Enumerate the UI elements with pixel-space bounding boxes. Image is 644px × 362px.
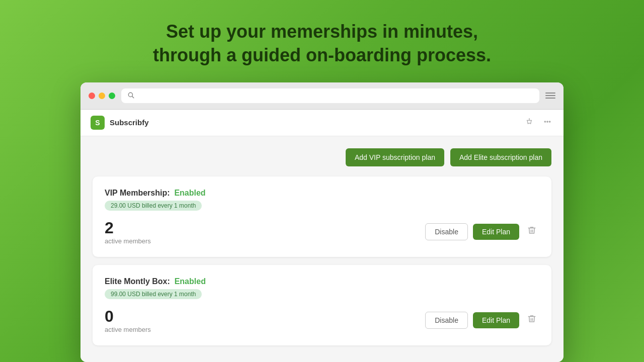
more-options-button[interactable] bbox=[541, 116, 553, 130]
hero-line1: Set up your memerships in minutes, bbox=[166, 21, 478, 42]
hamburger-menu-icon[interactable] bbox=[545, 93, 555, 99]
add-vip-button[interactable]: Add VIP subscription plan bbox=[346, 148, 444, 166]
elite-plan-status: Enabled bbox=[175, 277, 206, 286]
hero-section: Set up your memerships in minutes, throu… bbox=[143, 0, 501, 82]
close-dot[interactable] bbox=[89, 93, 95, 99]
elite-plan-body: 0 active members Disable Edit Plan bbox=[105, 307, 539, 333]
browser-address-bar[interactable] bbox=[121, 88, 539, 103]
minimize-dot[interactable] bbox=[99, 93, 105, 99]
svg-point-4 bbox=[549, 121, 550, 122]
browser-window: S Subscribfy bbox=[80, 82, 564, 362]
app-brand: S Subscribfy bbox=[91, 116, 149, 130]
vip-plan-header: VIP Membership: Enabled 29.00 USD billed… bbox=[105, 189, 539, 211]
add-elite-button[interactable]: Add Elite subscription plan bbox=[450, 148, 551, 166]
vip-disable-button[interactable]: Disable bbox=[425, 223, 468, 240]
svg-line-1 bbox=[132, 96, 134, 98]
brand-icon: S bbox=[91, 116, 105, 130]
elite-plan-members: 0 active members bbox=[105, 307, 151, 333]
elite-plan-actions: Disable Edit Plan bbox=[425, 312, 539, 329]
action-buttons-bar: Add VIP subscription plan Add Elite subs… bbox=[93, 148, 551, 166]
main-area: Add VIP subscription plan Add Elite subs… bbox=[80, 136, 564, 362]
vip-delete-button[interactable] bbox=[524, 224, 539, 239]
vip-plan-body: 2 active members Disable Edit Plan bbox=[105, 219, 539, 245]
app-header-actions bbox=[523, 116, 553, 130]
elite-member-label: active members bbox=[105, 326, 151, 333]
hero-line2: through a guided on-boarding process. bbox=[153, 45, 491, 65]
pin-button[interactable] bbox=[523, 116, 535, 130]
browser-chrome bbox=[80, 82, 564, 110]
vip-plan-status: Enabled bbox=[174, 189, 205, 197]
svg-point-2 bbox=[544, 121, 545, 122]
brand-name: Subscribfy bbox=[110, 118, 149, 127]
app-content: S Subscribfy bbox=[80, 110, 564, 362]
vip-edit-button[interactable]: Edit Plan bbox=[473, 224, 519, 240]
svg-point-3 bbox=[547, 121, 548, 122]
elite-plan-card: Elite Montly Box: Enabled 99.00 USD bill… bbox=[93, 265, 551, 345]
vip-plan-name: VIP Membership bbox=[105, 189, 167, 197]
elite-delete-button[interactable] bbox=[524, 312, 539, 328]
elite-disable-button[interactable]: Disable bbox=[425, 312, 468, 329]
elite-plan-badge: 99.00 USD billed every 1 month bbox=[105, 289, 202, 299]
maximize-dot[interactable] bbox=[109, 93, 115, 99]
elite-plan-title: Elite Montly Box: Enabled bbox=[105, 277, 539, 286]
elite-member-count: 0 bbox=[105, 307, 151, 326]
vip-plan-members: 2 active members bbox=[105, 219, 151, 245]
vip-plan-actions: Disable Edit Plan bbox=[425, 223, 539, 240]
app-header: S Subscribfy bbox=[80, 110, 564, 136]
elite-edit-button[interactable]: Edit Plan bbox=[473, 312, 519, 328]
vip-plan-title: VIP Membership: Enabled bbox=[105, 189, 539, 198]
elite-plan-header: Elite Montly Box: Enabled 99.00 USD bill… bbox=[105, 277, 539, 299]
elite-plan-name: Elite Montly Box bbox=[105, 277, 167, 286]
vip-member-count: 2 bbox=[105, 219, 151, 237]
vip-plan-badge: 29.00 USD billed every 1 month bbox=[105, 201, 202, 211]
vip-plan-card: VIP Membership: Enabled 29.00 USD billed… bbox=[93, 176, 551, 257]
search-icon bbox=[127, 92, 134, 100]
traffic-lights bbox=[89, 93, 115, 99]
vip-member-label: active members bbox=[105, 237, 151, 245]
